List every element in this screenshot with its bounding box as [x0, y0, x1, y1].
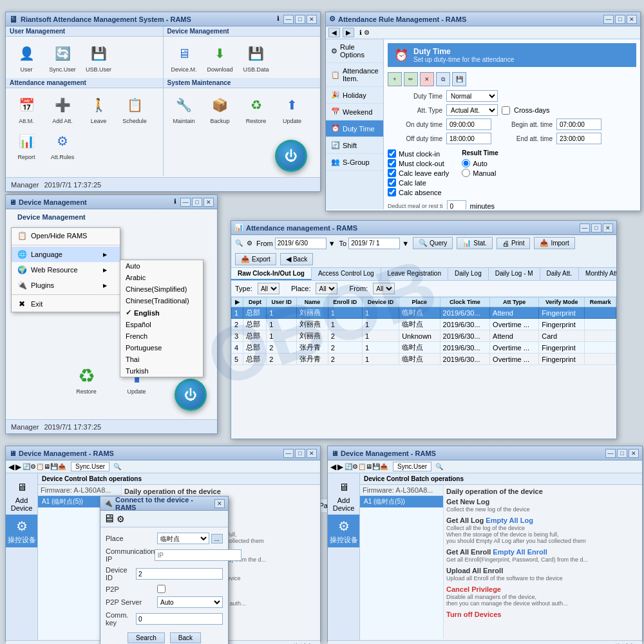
dev-add-device-btn[interactable]: 🖥 Add Device — [6, 476, 37, 515]
comm-key-input[interactable] — [136, 613, 223, 625]
search-button[interactable]: Search — [128, 632, 165, 643]
att-type-select[interactable]: Actual Att. — [446, 104, 498, 116]
maintain-icon-btn[interactable]: 🔧 Maintain — [169, 93, 200, 124]
att-maximize-button[interactable]: □ — [591, 223, 601, 232]
begin-att-input[interactable] — [556, 118, 601, 130]
comm-ip-input[interactable] — [155, 549, 242, 561]
dm-close-button[interactable]: ✕ — [204, 198, 214, 207]
dbr-empty-all-enroll-link[interactable]: Empty All Enroll — [493, 548, 547, 556]
col-remark[interactable]: Remark — [585, 298, 616, 307]
dbr-device-list-item[interactable]: A1 (临时点(5)) — [360, 496, 443, 507]
dbl-maximize-button[interactable]: □ — [295, 449, 305, 458]
tab-daily-log[interactable]: Daily Log — [448, 268, 489, 280]
restore-icon-btn[interactable]: ♻ Restore — [241, 93, 272, 124]
on-duty-input[interactable] — [446, 118, 491, 130]
rule-maximize-button[interactable]: □ — [615, 15, 625, 24]
sync-user-icon-btn[interactable]: 🔄 Sync.User — [47, 42, 78, 73]
menu-exit[interactable]: ✖ Exit — [12, 296, 120, 312]
usb-user-icon-btn[interactable]: 💾 USB.User — [83, 42, 114, 73]
must-clock-out-checkbox[interactable] — [388, 159, 396, 167]
tab-daily-log-m[interactable]: Daily Log - M — [489, 268, 540, 280]
tab-monthly-att[interactable]: Monthly Att. — [579, 268, 616, 280]
leave-icon-btn[interactable]: 🚶 Leave — [83, 93, 114, 124]
tab-access-control[interactable]: Access Control Log — [312, 268, 381, 280]
col-device[interactable]: Device ID — [362, 298, 399, 307]
from-date-input[interactable] — [275, 238, 327, 249]
type-filter-select[interactable]: All — [258, 283, 279, 294]
table-row[interactable]: 5 总部 2 张丹青 2 1 临时点 2019/6/30... Overtime… — [232, 354, 616, 365]
menu-open-hide[interactable]: 📋 Open/Hide RAMS — [12, 228, 120, 243]
att-minimize-button[interactable]: — — [580, 223, 590, 232]
table-row[interactable]: 2 总部 1 刘丽燕 1 1 临时点 2019/6/30... Overtime… — [232, 319, 616, 330]
lang-chinese-simplified[interactable]: Chinese(Simplified) — [120, 283, 203, 295]
export-button[interactable]: 📤 Export — [235, 253, 276, 265]
end-att-input[interactable] — [556, 133, 601, 144]
manual-radio[interactable] — [462, 169, 470, 177]
table-row[interactable]: 4 总部 2 张丹青 2 1 临时点 2019/6/30... Overtime… — [232, 342, 616, 354]
dbr-back-icon[interactable]: ◀ — [330, 462, 336, 471]
lang-auto[interactable]: Auto — [120, 260, 203, 272]
update-icon-btn[interactable]: ⬆ Update — [277, 93, 308, 124]
table-row[interactable]: 1 总部 1 刘丽燕 1 1 临时点 2019/6/30... Attend F… — [232, 307, 616, 319]
att-rules-icon-btn[interactable]: ⚙ Att.Rules — [47, 129, 78, 160]
stat-button[interactable]: 📊 Stat. — [457, 237, 493, 249]
dbr-close-button[interactable]: ✕ — [629, 449, 639, 458]
col-dept[interactable]: Dept — [243, 298, 267, 307]
conn-close-button[interactable]: ✕ — [214, 499, 225, 508]
att-m-icon-btn[interactable]: 📅 Att.M. — [11, 93, 42, 124]
lang-chinese-traditional[interactable]: Chinese(Traditional) — [120, 295, 203, 307]
dm-maximize-button[interactable]: □ — [192, 198, 202, 207]
col-clock[interactable]: Clock Time — [440, 298, 490, 307]
copy-duty-button[interactable]: ⧉ — [436, 72, 450, 86]
lang-turkish[interactable]: Turkish — [120, 365, 203, 377]
calc-late-checkbox[interactable] — [388, 178, 396, 187]
dbr-active-btn[interactable]: ⚙ 操控设备 — [328, 515, 359, 547]
add-att-icon-btn[interactable]: ➕ Add Att. — [47, 93, 78, 124]
rule-minimize-button[interactable]: — — [603, 15, 614, 24]
tab-daily-att[interactable]: Daily Att. — [540, 268, 579, 280]
dbl-minimize-button[interactable]: — — [283, 449, 294, 458]
dm-restore-icon-btn[interactable]: ♻ Restore — [71, 364, 102, 395]
tab-leave-reg[interactable]: Leave Registration — [381, 268, 448, 280]
menu-language[interactable]: 🌐 Language Auto Arabic Chinese(Simplifie… — [12, 247, 120, 262]
dbl-forward-icon[interactable]: ▶ — [15, 462, 21, 471]
sidebar-weekend[interactable]: 📅 Weekend — [326, 104, 383, 120]
sidebar-holiday[interactable]: 🎉 Holiday — [326, 87, 383, 104]
delete-duty-button[interactable]: ✕ — [420, 72, 434, 86]
dev-active-btn[interactable]: ⚙ 操控设备 — [6, 515, 37, 547]
lang-arabic[interactable]: Arabic — [120, 272, 203, 283]
place-select[interactable]: 临时点 — [157, 533, 209, 544]
lang-thai[interactable]: Thai — [120, 354, 203, 365]
usb-data-icon-btn[interactable]: 💾 USB.Data — [241, 42, 272, 73]
cross-days-checkbox[interactable] — [502, 106, 510, 115]
rule-back-button[interactable]: ◀ — [328, 28, 340, 37]
dbr-empty-all-log-link[interactable]: Empty All Log — [486, 516, 533, 524]
auto-radio[interactable] — [462, 159, 470, 167]
att-close-button[interactable]: ✕ — [603, 223, 613, 232]
place-browse-button[interactable]: ... — [211, 534, 223, 544]
dbr-forward-icon[interactable]: ▶ — [337, 462, 343, 471]
maximize-button[interactable]: □ — [295, 15, 305, 24]
duty-time-select[interactable]: Normal — [446, 90, 498, 102]
deduct-input[interactable] — [447, 200, 466, 209]
sync-user-label[interactable]: Sync.User — [71, 462, 109, 471]
backup-icon-btn[interactable]: 📦 Backup — [205, 93, 236, 124]
back-button[interactable]: ◀ Back — [280, 253, 313, 265]
dbr-maximize-button[interactable]: □ — [617, 449, 627, 458]
table-row[interactable]: 3 总部 1 刘丽燕 2 1 Unknown 2019/6/30... Atte… — [232, 330, 616, 342]
menu-plugins[interactable]: 🔌 Plugins — [12, 278, 120, 293]
sidebar-shift[interactable]: 🔄 Shift — [326, 137, 383, 154]
sidebar-s-group[interactable]: 👥 S-Group — [326, 154, 383, 171]
save-duty-button[interactable]: 💾 — [452, 72, 466, 86]
dm-minimize-button[interactable]: — — [180, 198, 191, 207]
power-button[interactable]: ⏻ — [275, 140, 307, 172]
col-verify[interactable]: Verify Mode — [539, 298, 585, 307]
menu-web-resource[interactable]: 🌍 Web Resource — [12, 262, 120, 278]
dm-info-icon[interactable]: ℹ — [174, 198, 176, 207]
download-icon-btn[interactable]: ⬇ Download — [205, 42, 236, 73]
sidebar-rule-options[interactable]: ⚙ Rule Options — [326, 39, 383, 63]
col-userid[interactable]: User ID — [267, 298, 297, 307]
edit-duty-button[interactable]: ✏ — [404, 72, 418, 86]
print-button[interactable]: 🖨 Print — [497, 238, 531, 249]
device-m-icon-btn[interactable]: 🖥 Device.M. — [169, 42, 200, 73]
